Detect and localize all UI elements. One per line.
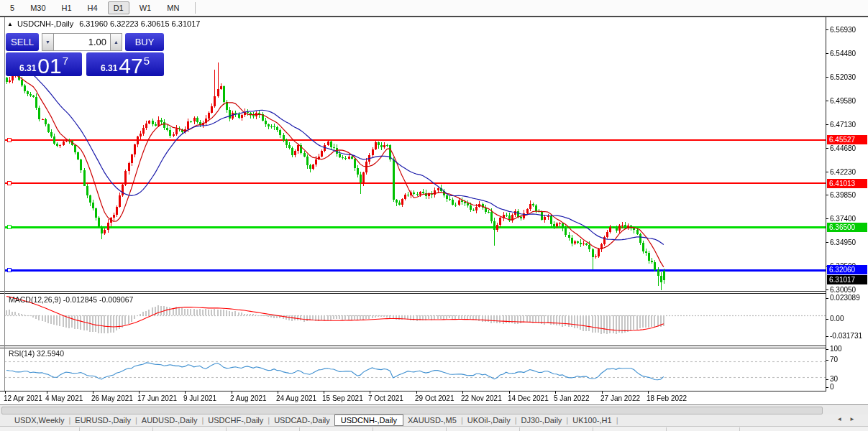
tab-uk100-h1[interactable]: UK100-,H1 [568, 416, 616, 425]
timeframe-h1[interactable]: H1 [56, 1, 78, 14]
sell-button[interactable]: SELL [6, 33, 39, 51]
collapse-arrow-icon[interactable]: ▲ [7, 21, 13, 27]
price-axis-tick-label: 6.54480 [830, 50, 856, 57]
timeframe-5[interactable]: 5 [4, 1, 20, 14]
rsi-axis-label: 100 [830, 345, 842, 353]
chart-symbol-title: USDCNH-,Daily [17, 19, 73, 28]
scrollbar-thumb[interactable] [1, 407, 823, 414]
tab-usdcnh-daily[interactable]: USDCNH-,Daily [334, 414, 403, 426]
price-level-tag: 6.32060 [827, 265, 867, 274]
buy-price-button[interactable]: 6.31475 [86, 52, 164, 76]
date-axis-label: 27 Jan 2022 [600, 394, 640, 402]
tab-eurusd-daily[interactable]: EURUSD-,Daily [70, 416, 135, 425]
chart-window: ▲USDCNH-,Daily6.31960 6.32223 6.30615 6.… [0, 16, 868, 404]
date-axis-label: 29 Oct 2021 [415, 394, 454, 402]
status-pane-divider [666, 427, 667, 431]
tab-xauusd-m5[interactable]: XAUUSD-,M5 [403, 416, 461, 425]
price-axis-tick-label: 6.34950 [830, 238, 856, 246]
tab-ukoil-daily[interactable]: UKOil-,Daily [463, 416, 515, 425]
sell-price-prefix: 6.31 [19, 63, 36, 73]
price-level-tag: 6.31017 [827, 275, 867, 284]
timeframe-mn[interactable]: MN [161, 1, 185, 14]
price-level-tag: 6.36500 [827, 223, 867, 232]
symbol-tab-bar: USDX,Weekly|EURUSD-,Daily|AUDUSD-,Daily|… [0, 414, 868, 426]
date-axis-label: 5 Jan 2022 [554, 394, 590, 402]
buy-price-sup: 5 [144, 55, 150, 67]
timeframe-m30[interactable]: M30 [24, 1, 51, 14]
tab-usdcad-daily[interactable]: USDCAD-,Daily [270, 416, 334, 425]
tab-dj30-daily[interactable]: DJ30-,Daily [517, 416, 567, 425]
price-axis-tick-label: 6.49580 [830, 97, 856, 105]
price-axis-tick-label: 6.37400 [830, 215, 856, 223]
price-axis-tick-label: 6.42230 [830, 168, 856, 176]
status-pane-divider [373, 427, 373, 431]
status-pane-divider [519, 427, 520, 431]
date-axis-label: 7 Oct 2021 [368, 394, 403, 402]
macd-axis-label: -0.031731 [830, 332, 862, 340]
trading-terminal: 5M30H1H4D1W1MN ▲USDCNH-,Daily6.31960 6.3… [0, 0, 868, 431]
volume-stepper: ▼ 1.00 ▲ [42, 33, 122, 51]
status-pane-divider [226, 427, 227, 431]
tab-scroll-arrows[interactable]: ◄► [836, 416, 862, 422]
rsi-axis-label: 30 [830, 375, 838, 383]
price-axis-tick-label: 6.39850 [830, 191, 856, 199]
chart-horizontal-scrollbar[interactable] [0, 404, 868, 414]
tab-usdx-weekly[interactable]: USDX,Weekly [10, 416, 68, 425]
chart-ohlc-values: 6.31960 6.32223 6.30615 6.31017 [79, 19, 200, 28]
volume-input[interactable]: 1.00 [54, 33, 110, 51]
volume-decrease-button[interactable]: ▼ [42, 33, 54, 51]
tab-separator: | [616, 416, 618, 425]
date-axis-label: 2 Aug 2021 [230, 394, 267, 402]
macd-indicator-label: MACD(12,26,9) -0.012845 -0.009067 [9, 295, 133, 304]
price-axis-tick-label: 6.52030 [830, 73, 856, 81]
date-axis-label: 4 May 2021 [45, 394, 83, 402]
price-axis-tick-label: 6.47130 [830, 121, 856, 129]
sell-price-big: 01 [37, 56, 61, 76]
date-axis-label: 18 Feb 2022 [647, 394, 687, 402]
sell-price-sup: 7 [63, 55, 68, 67]
status-pane-divider [152, 427, 153, 431]
status-pane-divider [79, 427, 80, 431]
tab-scroll-left-icon[interactable]: ◄ [836, 416, 849, 422]
volume-increase-button[interactable]: ▲ [110, 33, 122, 51]
date-axis-label: 15 Sep 2021 [322, 394, 363, 402]
buy-price-prefix: 6.31 [101, 63, 117, 73]
buy-price-big: 47 [119, 56, 142, 76]
chart-title-row: ▲USDCNH-,Daily6.31960 6.32223 6.30615 6.… [7, 19, 200, 28]
price-axis-tick-label: 6.30050 [830, 286, 856, 294]
timeframe-h4[interactable]: H4 [82, 1, 104, 14]
price-axis-tick-label: 6.56930 [830, 26, 856, 34]
sell-price-button[interactable]: 6.31017 [6, 52, 82, 76]
toolbar-separator [195, 2, 196, 14]
tab-scroll-right-icon[interactable]: ► [849, 416, 862, 422]
status-pane-divider [593, 427, 593, 431]
rsi-axis-label: 0 [830, 383, 834, 391]
status-pane-divider [299, 427, 300, 431]
date-axis-label: 9 Jul 2021 [183, 394, 216, 402]
date-axis-label: 24 Aug 2021 [276, 394, 316, 402]
tab-usdchf-daily[interactable]: USDCHF-,Daily [204, 416, 268, 425]
price-level-tag: 6.45527 [827, 135, 867, 144]
macd-axis-label: 0.00 [830, 315, 844, 323]
buy-button[interactable]: BUY [125, 33, 164, 51]
status-pane-divider [446, 427, 447, 431]
status-bar [0, 426, 868, 431]
timeframe-d1[interactable]: D1 [108, 1, 129, 14]
date-axis-label: 14 Dec 2021 [508, 394, 549, 402]
price-axis-tick-label: 6.44680 [830, 144, 856, 152]
price-level-tag: 6.41013 [827, 179, 867, 188]
status-pane-divider [739, 427, 740, 431]
tab-audusd-daily[interactable]: AUDUSD-,Daily [137, 416, 202, 425]
timeframe-w1[interactable]: W1 [134, 1, 157, 14]
date-axis-label: 26 May 2021 [91, 394, 133, 402]
date-axis-label: 12 Apr 2021 [4, 394, 42, 402]
macd-axis-label: 0.023089 [830, 294, 860, 302]
timeframe-toolbar: 5M30H1H4D1W1MN [0, 0, 868, 16]
rsi-axis-label: 70 [830, 356, 838, 363]
rsi-indicator-label: RSI(14) 32.5940 [9, 349, 64, 358]
date-axis-label: 17 Jun 2021 [137, 394, 177, 402]
date-axis-label: 22 Nov 2021 [461, 394, 502, 402]
